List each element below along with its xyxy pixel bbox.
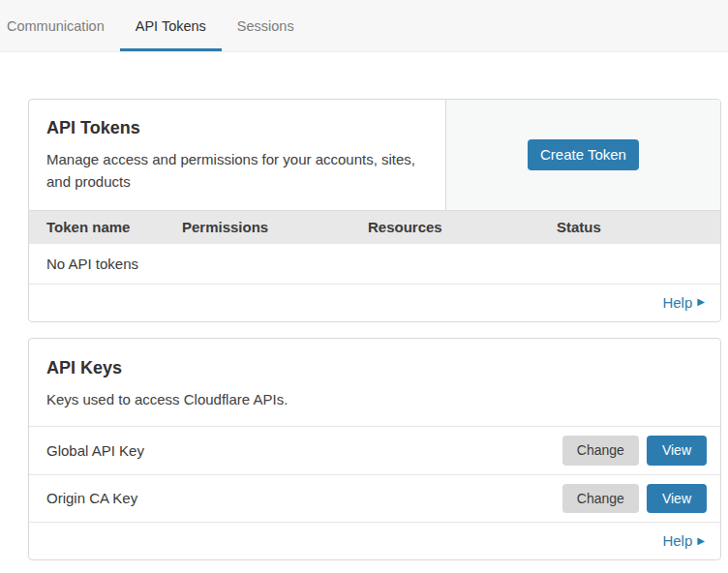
view-button[interactable]: View [647,436,707,466]
chevron-right-icon: ▶ [697,536,705,546]
help-label: Help [662,294,692,311]
api-tokens-card-footer: Help ▶ [29,285,720,321]
column-token-name: Token name [29,219,182,235]
api-keys-help-link[interactable]: Help ▶ [662,532,705,549]
column-status: Status [557,219,720,235]
main-content: API Tokens Manage access and permissions… [0,52,728,560]
tokens-empty-message: No API tokens [46,256,138,272]
api-tokens-card-header-action: Create Token [445,100,720,210]
api-key-name: Global API Key [46,442,562,459]
create-token-button[interactable]: Create Token [528,139,639,170]
column-resources: Resources [368,219,557,235]
column-permissions: Permissions [182,219,368,235]
api-keys-card-footer: Help ▶ [29,523,720,559]
api-tokens-description: Manage access and permissions for your a… [46,148,428,194]
change-button[interactable]: Change [562,436,639,466]
api-keys-title: API Keys [46,358,703,378]
api-tokens-card: API Tokens Manage access and permissions… [28,99,721,322]
api-keys-card-header: API Keys Keys used to access Cloudflare … [29,339,720,427]
api-keys-description: Keys used to access Cloudflare APIs. [46,388,703,410]
view-button[interactable]: View [647,484,707,514]
tab-sessions[interactable]: Sessions [222,0,310,51]
api-keys-card: API Keys Keys used to access Cloudflare … [28,338,721,561]
api-key-row-global: Global API Key Change View [29,427,720,475]
api-tokens-card-header: API Tokens Manage access and permissions… [29,100,720,210]
tokens-table-header: Token name Permissions Resources Status [29,210,720,244]
tokens-empty-row: No API tokens [29,244,720,285]
api-tokens-card-header-text: API Tokens Manage access and permissions… [29,100,445,210]
api-tokens-help-link[interactable]: Help ▶ [662,294,705,311]
tab-api-tokens[interactable]: API Tokens [120,0,222,51]
chevron-right-icon: ▶ [697,297,705,307]
api-key-name: Origin CA Key [46,490,562,506]
help-label: Help [662,532,692,549]
api-tokens-title: API Tokens [46,118,428,138]
tab-bar: Communication API Tokens Sessions [0,0,728,52]
tab-communication[interactable]: Communication [7,0,120,51]
change-button[interactable]: Change [562,484,639,514]
api-key-row-origin-ca: Origin CA Key Change View [29,475,720,524]
